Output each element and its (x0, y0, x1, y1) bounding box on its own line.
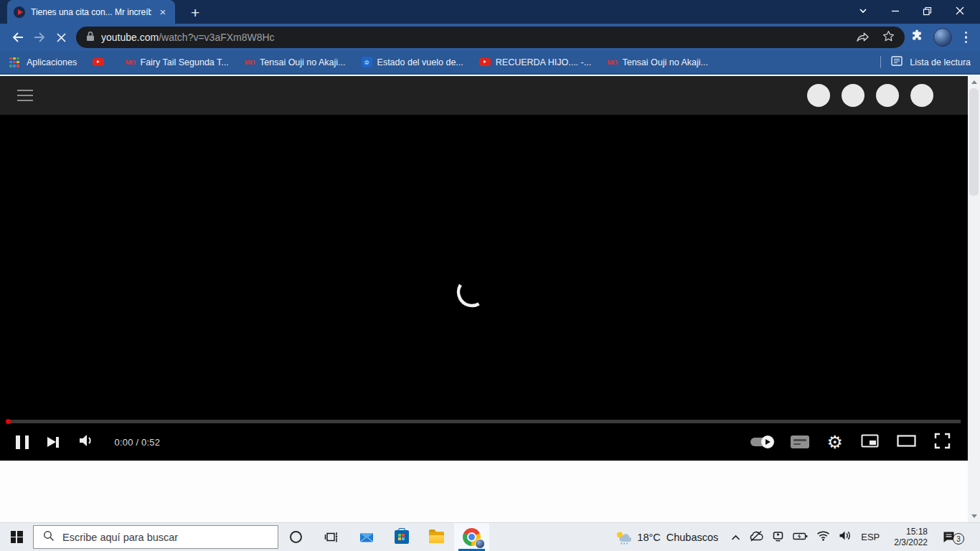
extensions-puzzle-icon[interactable] (910, 29, 923, 45)
volume-icon[interactable] (77, 433, 96, 451)
action-center-button[interactable]: 3 (942, 531, 963, 543)
lock-icon[interactable] (86, 31, 95, 44)
weather-widget[interactable]: 18°C Chubascos (615, 530, 718, 545)
miniplayer-icon[interactable] (861, 434, 879, 451)
wifi-icon[interactable] (816, 530, 830, 544)
clock-date: 2/3/2022 (894, 537, 928, 548)
video-player[interactable]: 0:00 / 0:52 (0, 115, 968, 461)
share-icon[interactable] (856, 30, 870, 45)
battery-charging-icon[interactable] (793, 531, 808, 544)
tab-close-icon[interactable]: × (157, 6, 169, 17)
new-tab-button[interactable]: + (191, 5, 199, 20)
url-text[interactable]: youtube.com/watch?v=v3aFXm8W8Hc (101, 32, 275, 43)
player-controls-left: 0:00 / 0:52 (0, 433, 160, 451)
loading-spinner-icon (456, 276, 488, 311)
reading-list-button[interactable]: Lista de lectura (880, 56, 971, 68)
file-explorer-button[interactable] (419, 523, 454, 551)
forward-icon[interactable] (29, 27, 50, 48)
scrollbar-thumb[interactable] (969, 88, 979, 196)
tab-favicon (14, 6, 25, 18)
start-button[interactable] (0, 523, 33, 551)
chrome-taskbar-button[interactable] (454, 523, 489, 551)
task-view-icon (324, 531, 338, 543)
bookmark-item[interactable]: RECUERDA HIJO.... -... (479, 57, 591, 67)
store-icon (395, 530, 409, 544)
hamburger-menu-icon[interactable] (17, 90, 33, 101)
taskbar-search[interactable] (33, 525, 278, 549)
address-bar[interactable]: youtube.com/watch?v=v3aFXm8W8Hc (76, 27, 905, 48)
weather-temp: 18°C (637, 532, 660, 543)
placeholder-circle (807, 84, 830, 107)
volume-tray-icon[interactable] (839, 530, 852, 544)
mo-icon: MO (125, 58, 135, 66)
minimize-button[interactable] (879, 0, 911, 22)
scrollbar-up-arrow[interactable] (968, 76, 980, 88)
meet-now-icon[interactable] (772, 530, 784, 545)
windows-logo-icon (11, 531, 23, 543)
bookmarks-apps-label[interactable]: Aplicaciones (27, 57, 77, 67)
keyboard-language[interactable]: ESP (861, 532, 880, 542)
clock-time: 15:18 (894, 527, 928, 537)
weather-condition: Chubascos (666, 532, 719, 543)
hidden-icons-chevron[interactable] (731, 531, 740, 544)
profile-avatar[interactable] (933, 28, 952, 47)
bookmarks-bar: Aplicaciones MO Fairy Tail Segunda T... … (0, 51, 980, 75)
time-display: 0:00 / 0:52 (115, 437, 161, 448)
youtube-icon (93, 58, 104, 67)
search-input[interactable] (62, 532, 268, 543)
browser-toolbar: youtube.com/watch?v=v3aFXm8W8Hc (0, 24, 980, 51)
browser-tab-bar: Tienes una cita con... Mr increíble × + (0, 0, 980, 24)
omnibox-actions (856, 30, 895, 45)
video-playhead[interactable] (6, 419, 11, 424)
mo-icon: MO (607, 58, 617, 66)
screen: Tienes una cita con... Mr increíble × + (0, 0, 980, 551)
url-path: /watch?v=v3aFXm8W8Hc (159, 32, 274, 43)
settings-gear-icon[interactable] (827, 433, 843, 451)
youtube-page: 0:00 / 0:52 (0, 76, 968, 522)
toolbar-actions (910, 28, 973, 47)
youtube-header (0, 76, 968, 115)
fullscreen-icon[interactable] (934, 433, 951, 452)
player-controls: 0:00 / 0:52 (0, 427, 968, 457)
back-icon[interactable] (7, 27, 29, 48)
restore-button[interactable] (911, 0, 943, 22)
bookmark-item[interactable]: MO Fairy Tail Segunda T... (125, 57, 229, 67)
window-controls (847, 0, 976, 22)
chrome-menu-icon[interactable] (962, 32, 970, 43)
onedrive-paused-icon[interactable] (749, 530, 763, 545)
close-button[interactable] (943, 0, 976, 22)
cortana-button[interactable] (278, 523, 314, 551)
bookmark-item[interactable]: MO Tensai Ouji no Akaji... (607, 57, 708, 67)
mail-icon (359, 531, 374, 544)
apps-grid-icon[interactable] (9, 57, 19, 67)
weather-icon (615, 530, 631, 545)
bookmark-star-icon[interactable] (882, 30, 895, 45)
notification-badge: 3 (953, 533, 964, 545)
bookmark-item[interactable]: ♔ Estado del vuelo de... (362, 57, 463, 67)
autoplay-toggle[interactable] (750, 438, 773, 446)
stop-loading-icon[interactable] (50, 27, 72, 48)
youtube-icon (479, 58, 491, 67)
next-video-button[interactable] (47, 437, 59, 448)
system-tray: 18°C Chubascos ESP 15:18 (615, 523, 980, 551)
cortana-icon (290, 531, 302, 543)
avatar-placeholder-circle (910, 84, 933, 107)
placeholder-circle (876, 84, 899, 107)
scrollbar-down-arrow[interactable] (968, 510, 980, 522)
bookmarks-separator (880, 56, 881, 68)
subtitles-icon[interactable] (791, 435, 809, 448)
pause-button[interactable] (16, 435, 29, 449)
browser-tab[interactable]: Tienes una cita con... Mr increíble × (7, 0, 175, 24)
page-scrollbar[interactable] (968, 76, 980, 522)
task-view-button[interactable] (314, 523, 349, 551)
video-progress-bar[interactable] (7, 420, 961, 423)
mail-app-button[interactable] (349, 523, 384, 551)
microsoft-store-button[interactable] (384, 523, 419, 551)
clock-widget[interactable]: 15:18 2/3/2022 (894, 527, 928, 548)
tab-title: Tienes una cita con... Mr increíble (31, 7, 151, 17)
theater-mode-icon[interactable] (897, 435, 916, 450)
tab-search-chevron-icon[interactable] (847, 0, 879, 22)
bookmark-item[interactable] (93, 58, 109, 67)
windows-taskbar: 18°C Chubascos ESP 15:18 (0, 522, 980, 551)
bookmark-item[interactable]: MO Tensai Ouji no Akaji... (245, 57, 346, 67)
